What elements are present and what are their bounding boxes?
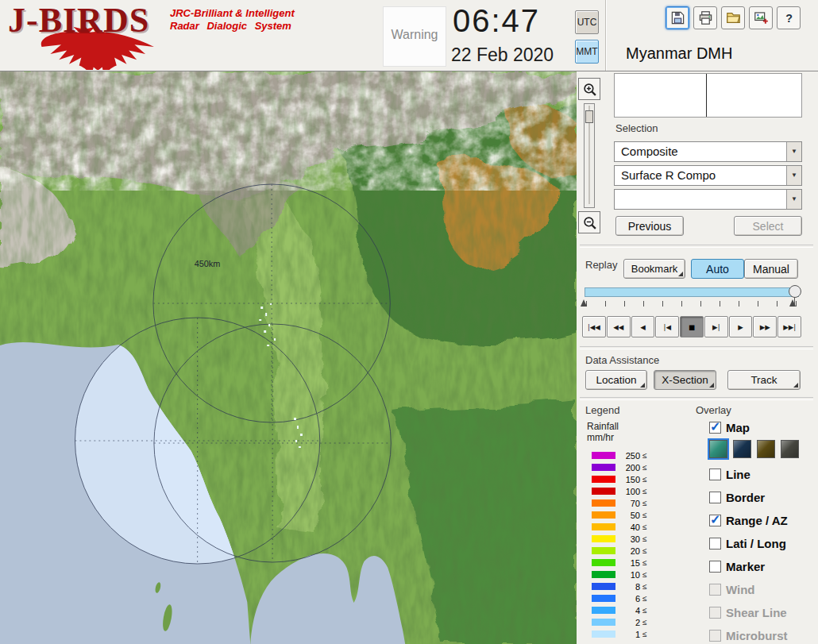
playback-controls: |◀◀ ◀◀ ◀ |◀ ■ ▶| ▶ ▶▶ ▶▶| bbox=[582, 316, 801, 337]
header-divider bbox=[605, 0, 606, 71]
x-section-button[interactable]: X-Section bbox=[654, 370, 716, 390]
legend-row: 70≤ bbox=[587, 497, 647, 509]
save-icon bbox=[670, 10, 685, 25]
play-backward-button[interactable]: ◀ bbox=[631, 316, 655, 337]
chevron-down-icon[interactable]: ▼ bbox=[786, 166, 801, 185]
overlay-item-microburst: Microburst bbox=[709, 627, 788, 644]
checkbox[interactable] bbox=[709, 469, 721, 480]
open-folder-button[interactable] bbox=[721, 6, 745, 29]
timeline-thumb[interactable] bbox=[789, 285, 801, 298]
map-style-swatch[interactable] bbox=[757, 440, 775, 458]
zoom-out-button[interactable] bbox=[578, 211, 600, 233]
legend-unit-line2: mm/hr bbox=[587, 432, 614, 443]
warning-label: Warning bbox=[392, 28, 438, 42]
legend-row: 2≤ bbox=[587, 616, 647, 628]
fast-forward-button[interactable]: ▶▶ bbox=[753, 316, 777, 337]
radar-map-view[interactable]: 450km bbox=[0, 71, 577, 644]
radar-map-canvas[interactable]: 450km bbox=[0, 71, 577, 644]
auto-mode-button[interactable]: Auto bbox=[691, 259, 744, 279]
timezone-utc-button[interactable]: UTC bbox=[575, 10, 599, 34]
zoom-slider[interactable] bbox=[584, 103, 595, 208]
dropdown-value: Surface R Compo bbox=[621, 166, 716, 185]
overlay-item-range-az[interactable]: Range / AZ bbox=[709, 511, 788, 529]
print-button[interactable] bbox=[693, 6, 717, 29]
header-bar: J-BIRDS JRC-Brilliant & Intelligent Rada… bbox=[0, 0, 818, 71]
legend-section-label: Legend bbox=[585, 404, 619, 416]
logo-subtitle-line2: Radar Dialogic System bbox=[170, 20, 295, 33]
replay-timeline-slider[interactable] bbox=[585, 287, 799, 297]
legend-color-swatch bbox=[592, 631, 615, 638]
legend-color-swatch bbox=[592, 523, 615, 530]
overlay-item-lati-long[interactable]: Lati / Long bbox=[709, 534, 786, 552]
add-image-button[interactable] bbox=[749, 6, 773, 29]
legend-row: 4≤ bbox=[587, 604, 647, 616]
select-button[interactable]: Select bbox=[734, 216, 802, 236]
map-style-swatch[interactable] bbox=[709, 440, 727, 458]
previous-button[interactable]: Previous bbox=[615, 216, 684, 236]
legend-color-swatch bbox=[592, 464, 615, 471]
legend-unit-line1: Rainfall bbox=[587, 421, 619, 432]
legend-row: 150≤ bbox=[587, 473, 647, 485]
legend-row: 100≤ bbox=[587, 485, 647, 497]
overlay-item-wind: Wind bbox=[709, 580, 755, 598]
station-name: Myanmar DMH bbox=[626, 44, 732, 63]
skip-to-start-button[interactable]: |◀◀ bbox=[582, 316, 606, 337]
legend-color-swatch bbox=[592, 488, 615, 495]
map-style-swatch[interactable] bbox=[733, 440, 751, 458]
legend-row: 40≤ bbox=[587, 521, 647, 533]
product-option-dropdown[interactable]: ▼ bbox=[614, 189, 802, 210]
zoom-controls bbox=[578, 78, 600, 233]
overlay-item-map[interactable]: Map bbox=[709, 418, 750, 436]
checkbox[interactable] bbox=[709, 561, 721, 573]
legend-row: 50≤ bbox=[587, 509, 647, 521]
checkbox bbox=[709, 584, 721, 596]
step-back-button[interactable]: |◀ bbox=[655, 316, 679, 337]
timezone-mmt-button[interactable]: MMT bbox=[575, 40, 599, 64]
overlay-item-marker[interactable]: Marker bbox=[709, 557, 765, 575]
legend-row: 30≤ bbox=[587, 533, 647, 545]
map-style-swatches bbox=[709, 440, 799, 458]
svg-text:?: ? bbox=[785, 12, 793, 25]
manual-mode-button[interactable]: Manual bbox=[744, 259, 798, 279]
help-icon: ? bbox=[781, 10, 797, 25]
legend-row: 1≤ bbox=[587, 628, 647, 640]
overlay-item-border[interactable]: Border bbox=[709, 488, 765, 506]
legend-row: 20≤ bbox=[587, 545, 647, 557]
checkbox[interactable] bbox=[709, 538, 721, 550]
play-button[interactable]: ▶ bbox=[729, 316, 753, 337]
zoom-in-button[interactable] bbox=[578, 78, 600, 100]
zoom-out-icon bbox=[582, 215, 597, 230]
checkbox[interactable] bbox=[709, 515, 721, 526]
map-style-swatch[interactable] bbox=[781, 440, 799, 458]
product-category-dropdown[interactable]: Composite ▼ bbox=[614, 141, 802, 162]
chevron-down-icon[interactable]: ▼ bbox=[786, 190, 801, 209]
checkbox[interactable] bbox=[709, 422, 721, 434]
separator bbox=[580, 397, 813, 400]
legend-row: 250≤ bbox=[587, 449, 647, 461]
skip-to-end-button[interactable]: ▶▶| bbox=[777, 316, 801, 337]
legend-row: 10≤ bbox=[587, 569, 647, 580]
bookmark-button[interactable]: Bookmark bbox=[623, 259, 685, 279]
status-box-divider bbox=[706, 74, 707, 117]
help-button[interactable]: ? bbox=[777, 6, 801, 29]
chevron-down-icon[interactable]: ▼ bbox=[786, 142, 801, 161]
save-button[interactable] bbox=[666, 6, 689, 29]
legend-color-swatch bbox=[592, 583, 615, 590]
fast-rewind-button[interactable]: ◀◀ bbox=[607, 316, 631, 337]
range-ring-label: 450km bbox=[195, 259, 221, 268]
overlay-item-line[interactable]: Line bbox=[709, 465, 750, 483]
checkbox[interactable] bbox=[709, 492, 721, 503]
print-icon bbox=[698, 10, 713, 25]
timeline-end-marker[interactable] bbox=[789, 299, 796, 307]
dropdown-value: Composite bbox=[621, 142, 678, 161]
product-type-dropdown[interactable]: Surface R Compo ▼ bbox=[614, 165, 802, 186]
legend-color-swatch bbox=[592, 452, 615, 459]
timeline-start-marker[interactable] bbox=[581, 299, 587, 307]
data-assistance-section-label: Data Assistance bbox=[585, 354, 659, 366]
zoom-slider-thumb[interactable] bbox=[585, 110, 593, 123]
track-button[interactable]: Track bbox=[727, 370, 801, 390]
stop-button[interactable]: ■ bbox=[680, 316, 704, 337]
location-button[interactable]: Location bbox=[585, 370, 647, 390]
timeline-ticks bbox=[586, 301, 797, 307]
step-forward-button[interactable]: ▶| bbox=[704, 316, 728, 337]
